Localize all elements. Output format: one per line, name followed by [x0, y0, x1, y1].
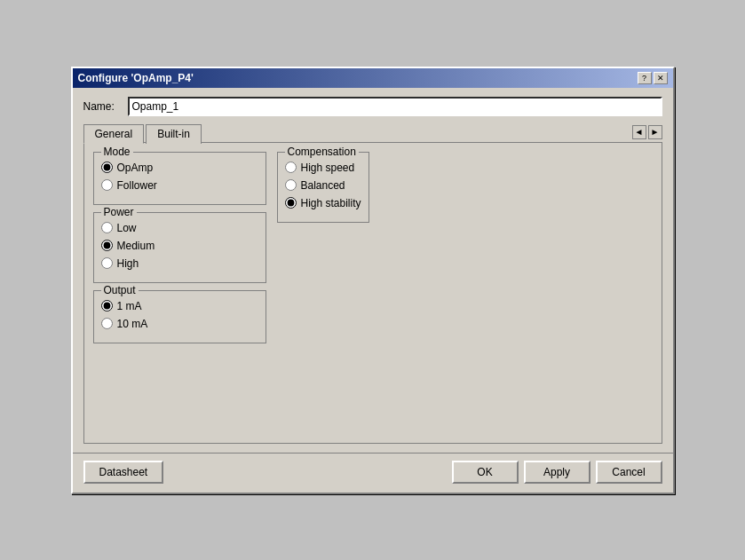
apply-button[interactable]: Apply	[524, 461, 590, 484]
power-low-label: Low	[117, 222, 137, 234]
comp-balanced-option[interactable]: Balanced	[285, 179, 361, 192]
mode-group: Mode OpAmp Follower	[93, 152, 266, 205]
mode-group-content: OpAmp Follower	[101, 162, 258, 192]
power-high-radio[interactable]	[101, 257, 113, 269]
compensation-group-content: High speed Balanced High stability	[285, 162, 361, 209]
mode-group-label: Mode	[101, 146, 133, 158]
dialog-title: Configure 'OpAmp_P4'	[78, 72, 194, 84]
comp-highspeed-radio[interactable]	[285, 162, 297, 173]
mode-follower-radio[interactable]	[101, 179, 113, 191]
left-column: Mode OpAmp Follower	[93, 152, 266, 351]
ok-button[interactable]: OK	[452, 461, 519, 484]
comp-highspeed-option[interactable]: High speed	[285, 162, 361, 174]
comp-highstability-radio[interactable]	[285, 197, 297, 209]
name-label: Name:	[83, 100, 119, 113]
power-low-option[interactable]: Low	[101, 222, 258, 234]
compensation-group-label: Compensation	[285, 146, 359, 158]
output-group: Output 1 mA 10 mA	[93, 290, 266, 343]
tab-general[interactable]: General	[83, 124, 145, 144]
datasheet-button[interactable]: Datasheet	[83, 461, 164, 484]
comp-highstability-option[interactable]: High stability	[285, 197, 361, 209]
comp-highstability-label: High stability	[301, 197, 361, 209]
cancel-button[interactable]: Cancel	[596, 461, 662, 484]
tab-list: General Built-in	[83, 123, 203, 143]
name-row: Name:	[83, 97, 662, 116]
tab-prev-arrow[interactable]: ◄	[632, 125, 646, 139]
power-medium-radio[interactable]	[101, 240, 113, 251]
output-10ma-radio[interactable]	[101, 318, 113, 329]
mode-opamp-option[interactable]: OpAmp	[101, 162, 258, 174]
title-bar-buttons: ? ✕	[638, 72, 668, 84]
power-group-label: Power	[101, 206, 137, 218]
tabs-container: General Built-in ◄ ► Mode	[83, 123, 662, 444]
mode-opamp-radio[interactable]	[101, 162, 113, 173]
tab-next-arrow[interactable]: ►	[648, 125, 662, 139]
power-high-label: High	[117, 257, 139, 270]
tab-builtin[interactable]: Built-in	[146, 124, 202, 144]
output-group-label: Output	[101, 284, 139, 296]
close-button[interactable]: ✕	[654, 72, 668, 84]
tab-content-general: Mode OpAmp Follower	[83, 142, 662, 444]
compensation-group: Compensation High speed Balanced	[277, 152, 369, 223]
mode-opamp-label: OpAmp	[117, 162, 154, 174]
output-1ma-label: 1 mA	[117, 300, 142, 312]
right-column: Compensation High speed Balanced	[277, 152, 369, 230]
power-low-radio[interactable]	[101, 222, 113, 233]
output-group-content: 1 mA 10 mA	[101, 300, 258, 330]
help-button[interactable]: ?	[638, 72, 652, 84]
action-buttons: OK Apply Cancel	[452, 461, 662, 484]
power-group: Power Low Medium	[93, 212, 266, 283]
output-1ma-option[interactable]: 1 mA	[101, 300, 258, 312]
power-medium-option[interactable]: Medium	[101, 240, 258, 252]
tab-row: General Built-in ◄ ►	[83, 123, 662, 143]
configure-dialog: Configure 'OpAmp_P4' ? ✕ Name: General B…	[71, 67, 675, 494]
output-10ma-option[interactable]: 10 mA	[101, 318, 258, 330]
comp-balanced-label: Balanced	[301, 179, 345, 192]
mode-follower-label: Follower	[117, 179, 157, 192]
output-1ma-radio[interactable]	[101, 300, 113, 312]
tab-nav-arrows: ◄ ►	[632, 125, 662, 143]
comp-highspeed-label: High speed	[301, 162, 355, 174]
dialog-content: Name: General Built-in ◄ ►	[73, 88, 673, 453]
mode-follower-option[interactable]: Follower	[101, 179, 258, 192]
power-medium-label: Medium	[117, 240, 155, 252]
comp-balanced-radio[interactable]	[285, 179, 297, 191]
name-input[interactable]	[128, 97, 662, 116]
power-high-option[interactable]: High	[101, 257, 258, 270]
power-group-content: Low Medium High	[101, 222, 258, 270]
output-10ma-label: 10 mA	[117, 318, 148, 330]
dialog-buttons: Datasheet OK Apply Cancel	[73, 454, 673, 493]
title-bar: Configure 'OpAmp_P4' ? ✕	[73, 68, 673, 88]
